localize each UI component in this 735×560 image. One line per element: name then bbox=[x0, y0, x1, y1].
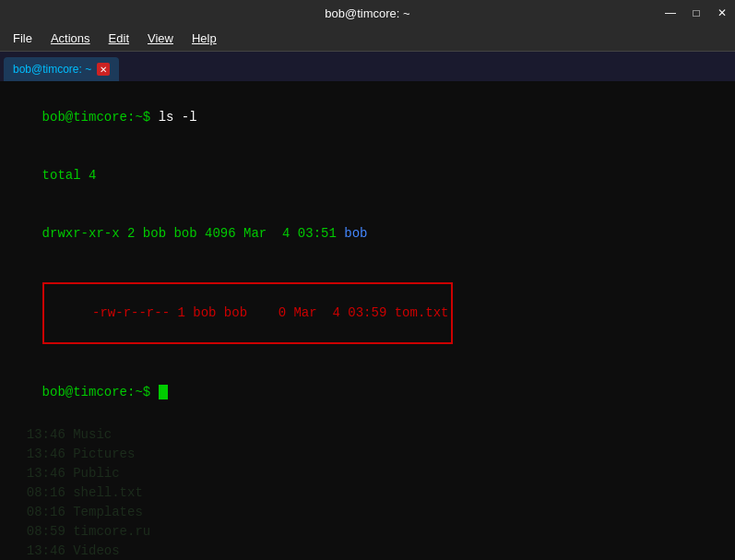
tab-label: bob@timcore: ~ bbox=[13, 63, 91, 76]
highlighted-file-row: -rw-r--r-- 1 bob bob 0 Mar 4 03:59 tom.t… bbox=[42, 282, 453, 344]
window-title: bob@timcore: ~ bbox=[325, 6, 409, 20]
total-text: total 4 bbox=[42, 168, 97, 183]
maximize-button[interactable]: □ bbox=[683, 0, 709, 26]
ghost-line-5: 08:16 Templates bbox=[11, 503, 724, 522]
tab-bar: bob@timcore: ~ ✕ bbox=[0, 52, 735, 81]
dir-perms: drwxr-xr-x 2 bob bob 4096 Mar 4 03:51 bbox=[42, 226, 345, 241]
terminal-command-line: bob@timcore:~$ ls -l bbox=[11, 89, 724, 147]
tab-close-button[interactable]: ✕ bbox=[97, 63, 110, 76]
window-controls: — □ ✕ bbox=[658, 0, 735, 26]
terminal-tab[interactable]: bob@timcore: ~ ✕ bbox=[4, 57, 119, 81]
file-perms: -rw-r--r-- 1 bob bob 0 Mar 4 03:59 tom.t… bbox=[92, 305, 448, 320]
terminal-file-line: -rw-r--r-- 1 bob bob 0 Mar 4 03:59 tom.t… bbox=[11, 263, 724, 363]
terminal-total-line: total 4 bbox=[11, 147, 724, 205]
ghost-line-6: 08:59 timcore.ru bbox=[11, 522, 724, 542]
prompt-user: bob@timcore:~$ bbox=[42, 110, 151, 125]
menu-actions[interactable]: Actions bbox=[41, 28, 100, 49]
terminal-area[interactable]: bob@timcore:~$ ls -l total 4 drwxr-xr-x … bbox=[0, 81, 735, 560]
title-bar: bob@timcore: ~ — □ ✕ bbox=[0, 0, 735, 26]
menu-edit[interactable]: Edit bbox=[100, 28, 138, 49]
ghost-line-7: 13:46 Videos bbox=[11, 542, 724, 560]
dir-name: bob bbox=[344, 226, 367, 241]
ghost-background: 13:46 Music 13:46 Pictures 13:46 Public … bbox=[11, 425, 724, 560]
terminal-prompt2-line: bob@timcore:~$ bbox=[11, 363, 724, 422]
ghost-line-4: 08:16 shell.txt bbox=[11, 483, 724, 503]
prompt2-user: bob@timcore:~$ bbox=[42, 385, 159, 399]
menu-view[interactable]: View bbox=[138, 28, 183, 49]
terminal-cursor bbox=[159, 385, 168, 399]
ghost-line-3: 13:46 Public bbox=[11, 464, 724, 483]
ghost-line-1: 13:46 Music bbox=[11, 425, 724, 445]
command-text: ls -l bbox=[150, 110, 196, 125]
menu-file[interactable]: File bbox=[4, 28, 41, 49]
minimize-button[interactable]: — bbox=[658, 0, 683, 26]
close-button[interactable]: ✕ bbox=[709, 0, 735, 26]
terminal-dir-line: drwxr-xr-x 2 bob bob 4096 Mar 4 03:51 bo… bbox=[11, 205, 724, 263]
menu-bar: File Actions Edit View Help bbox=[0, 26, 735, 52]
ghost-line-2: 13:46 Pictures bbox=[11, 445, 724, 464]
menu-help[interactable]: Help bbox=[183, 28, 226, 49]
